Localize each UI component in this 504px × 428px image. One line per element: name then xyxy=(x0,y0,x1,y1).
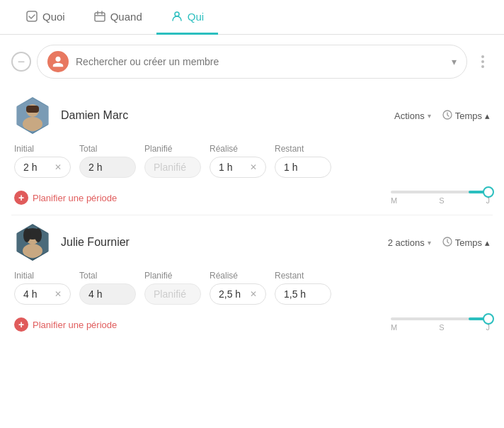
timeline-thumb-damien[interactable] xyxy=(483,186,494,198)
planifie-input-damien: Planifié xyxy=(144,157,201,178)
restant-label-julie: Restant xyxy=(275,271,331,281)
person-icon xyxy=(171,10,183,23)
dot-1 xyxy=(481,55,484,58)
clock-icon-julie xyxy=(442,237,452,249)
timeline-label-m2: M xyxy=(391,323,397,332)
search-container: − ▾ xyxy=(0,35,504,89)
field-group-total-julie: Total 4 h xyxy=(79,271,136,305)
avatar-julie xyxy=(14,224,51,261)
checkbox-icon xyxy=(25,10,38,23)
total-input-damien: 2 h xyxy=(79,157,136,178)
initial-value-damien: 2 h xyxy=(23,162,50,173)
total-value-julie: 4 h xyxy=(88,288,127,300)
tab-quand-label: Quand xyxy=(110,11,142,23)
field-group-initial-julie: Initial 4 h ✕ xyxy=(14,271,71,305)
timeline-julie: M S J xyxy=(391,317,490,332)
minus-button[interactable]: − xyxy=(11,52,31,72)
member-header-damien: Damien Marc Actions ▾ Temps ▴ xyxy=(14,97,490,134)
svg-rect-1 xyxy=(95,13,105,21)
actions-dropdown-damien[interactable]: Actions ▾ xyxy=(394,111,431,121)
actions-dropdown-julie[interactable]: 2 actions ▾ xyxy=(388,237,431,248)
minus-icon: − xyxy=(18,55,25,68)
initial-input-julie[interactable]: 4 h ✕ xyxy=(14,283,71,305)
field-group-planifie-julie: Planifié Planifié xyxy=(144,271,201,305)
member-actions-julie: 2 actions ▾ Temps ▴ xyxy=(388,237,490,249)
timeline-track-julie[interactable] xyxy=(391,317,490,320)
plan-row-julie: + Planifier une période M S J xyxy=(14,312,490,342)
search-bar[interactable]: ▾ xyxy=(37,45,467,79)
timeline-thumb-julie[interactable] xyxy=(483,313,494,325)
member-card-damien: Damien Marc Actions ▾ Temps ▴ Initial xyxy=(0,89,504,215)
realise-label-julie: Réalisé xyxy=(210,271,266,281)
search-avatar-icon xyxy=(47,51,69,72)
svg-point-6 xyxy=(23,117,42,131)
member-actions-damien: Actions ▾ Temps ▴ xyxy=(394,110,490,122)
timeline-damien: M S J xyxy=(391,191,490,205)
svg-point-2 xyxy=(175,12,179,16)
time-chevron-julie: ▴ xyxy=(485,237,490,248)
planifie-label-damien: Planifié xyxy=(144,144,201,154)
calendar-icon xyxy=(93,10,106,23)
actions-chevron-julie: ▾ xyxy=(428,239,431,247)
avatar-julie-svg xyxy=(14,224,51,261)
search-input[interactable] xyxy=(76,56,445,67)
restant-value-damien: 1 h xyxy=(284,162,322,173)
tab-qui[interactable]: Qui xyxy=(156,0,218,35)
realise-input-damien[interactable]: 1 h ✕ xyxy=(210,157,266,178)
svg-point-14 xyxy=(23,228,30,242)
actions-label-damien: Actions xyxy=(394,111,425,121)
initial-clear-damien[interactable]: ✕ xyxy=(55,162,62,172)
chevron-down-icon: ▾ xyxy=(452,56,457,67)
plan-plus-damien: + xyxy=(14,191,28,205)
field-group-restant-julie: Restant 1,5 h xyxy=(275,271,331,305)
plan-link-julie[interactable]: + Planifier une période xyxy=(14,317,117,332)
restant-input-julie: 1,5 h xyxy=(275,283,331,305)
timeline-labels-damien: M S J xyxy=(391,196,490,205)
total-label-julie: Total xyxy=(79,271,136,281)
time-btn-damien[interactable]: Temps ▴ xyxy=(442,110,490,122)
realise-clear-damien[interactable]: ✕ xyxy=(250,162,257,172)
fields-row-damien: Initial 2 h ✕ Total 2 h Planifié Planifi… xyxy=(14,144,490,178)
timeline-label-m: M xyxy=(391,196,397,205)
member-header-julie: Julie Fournier 2 actions ▾ Temps ▴ xyxy=(14,224,490,261)
dot-2 xyxy=(481,60,484,63)
planifie-input-julie: Planifié xyxy=(144,283,201,305)
timeline-label-s: S xyxy=(439,196,444,205)
field-group-planifie-damien: Planifié Planifié xyxy=(144,144,201,178)
plan-text-julie: Planifier une période xyxy=(33,320,117,330)
time-chevron-damien: ▴ xyxy=(485,111,490,121)
initial-label-damien: Initial xyxy=(14,144,71,154)
plan-link-damien[interactable]: + Planifier une période xyxy=(14,191,117,205)
initial-clear-julie[interactable]: ✕ xyxy=(55,289,62,299)
field-group-restant-damien: Restant 1 h xyxy=(275,144,331,178)
dot-3 xyxy=(481,65,484,68)
more-options-button[interactable] xyxy=(473,52,493,72)
field-group-realise-julie: Réalisé 2,5 h ✕ xyxy=(210,271,266,305)
member-name-damien: Damien Marc xyxy=(61,109,394,122)
initial-value-julie: 4 h xyxy=(23,288,50,300)
realise-clear-julie[interactable]: ✕ xyxy=(250,289,257,299)
plan-row-damien: + Planifier une période M S J xyxy=(14,185,490,215)
initial-label-julie: Initial xyxy=(14,271,71,281)
planifie-label-julie: Planifié xyxy=(144,271,201,281)
initial-input-damien[interactable]: 2 h ✕ xyxy=(14,157,71,178)
planifie-value-julie: Planifié xyxy=(154,288,192,300)
tab-quoi[interactable]: Quoi xyxy=(11,0,79,35)
svg-point-15 xyxy=(35,228,42,242)
realise-value-julie: 2,5 h xyxy=(219,288,246,300)
svg-rect-0 xyxy=(27,11,37,21)
realise-input-julie[interactable]: 2,5 h ✕ xyxy=(210,283,266,305)
time-label-julie: Temps xyxy=(455,237,482,248)
plan-text-damien: Planifier une période xyxy=(33,193,117,203)
timeline-label-s2: S xyxy=(439,323,444,332)
field-group-initial-damien: Initial 2 h ✕ xyxy=(14,144,71,178)
restant-value-julie: 1,5 h xyxy=(284,288,322,300)
planifie-value-damien: Planifié xyxy=(154,162,192,173)
timeline-track-damien[interactable] xyxy=(391,191,490,193)
tab-quoi-label: Quoi xyxy=(42,11,65,23)
time-btn-julie[interactable]: Temps ▴ xyxy=(442,237,490,249)
restant-input-damien: 1 h xyxy=(275,157,331,178)
total-input-julie: 4 h xyxy=(79,283,136,305)
tab-quand[interactable]: Quand xyxy=(79,0,156,35)
actions-label-julie: 2 actions xyxy=(388,237,425,248)
